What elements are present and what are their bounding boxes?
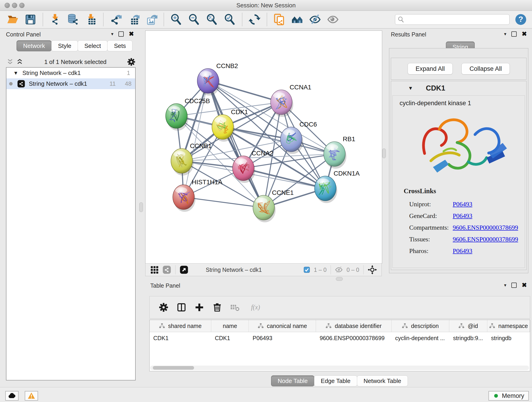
control-panel-controls: ▾ ✖ [111, 31, 134, 37]
apply-layout-button[interactable] [248, 13, 261, 26]
expand-all-button[interactable]: Expand All [408, 63, 453, 75]
control-panel-float-icon[interactable] [119, 32, 124, 37]
gene-expander-icon[interactable]: ▼ [408, 85, 413, 91]
collection-expander-icon[interactable]: ▼ [13, 70, 18, 76]
detach-view-icon[interactable] [180, 265, 188, 274]
hide-panels-button[interactable] [309, 13, 322, 26]
table-cell[interactable]: P06493 [249, 332, 316, 344]
crosslink-link[interactable]: 9606.ENSP00000378699 [453, 236, 518, 243]
warnings-button[interactable] [25, 391, 38, 401]
node-CCNA2[interactable]: CCNA2 [233, 150, 273, 183]
crosslink-link[interactable]: P06493 [453, 247, 472, 255]
horizontal-scrollbar[interactable] [150, 366, 529, 370]
bottom-splitter-grip[interactable] [336, 277, 343, 281]
crosslink-link[interactable]: P06493 [453, 212, 472, 220]
toolbar-separator [242, 13, 242, 26]
table-cell[interactable]: CDK1 [150, 332, 211, 344]
tab-sets[interactable]: Sets [107, 40, 133, 51]
column-header-shared-name[interactable]: shared name [150, 320, 211, 332]
network-collection-row[interactable]: ▼ String Network – cdk1 1 [6, 68, 135, 78]
results-panel-collapse-icon[interactable]: ▾ [504, 31, 506, 37]
string-home-button[interactable] [291, 13, 304, 26]
column-header-name[interactable]: name [211, 320, 249, 332]
right-splitter-grip[interactable] [382, 148, 386, 158]
export-network-button[interactable] [109, 13, 122, 26]
network-canvas[interactable]: CCNB2 CCNA1 CDC25B CDK1 [145, 31, 382, 264]
network-badge-icon[interactable] [162, 265, 171, 274]
table-cell[interactable]: CDK1 [211, 332, 249, 344]
column-header--id[interactable]: @id [449, 320, 487, 332]
tab-node-table[interactable]: Node Table [271, 375, 314, 386]
table-panel-collapse-icon[interactable]: ▾ [504, 282, 506, 288]
delete-column-icon[interactable] [212, 302, 222, 313]
node-CCNE1[interactable]: CCNE1 [253, 189, 294, 222]
search-input[interactable] [406, 15, 507, 24]
collapse-all-button[interactable]: Collapse All [462, 63, 510, 75]
column-header-namespace[interactable]: namespace [487, 320, 530, 332]
results-panel-float-icon[interactable] [511, 32, 517, 37]
table-cell[interactable]: cyclin-dependent ... [392, 332, 450, 344]
node-CCNB2[interactable]: CCNB2 [197, 62, 238, 96]
cloud-status-button[interactable] [5, 391, 19, 401]
tab-network-table[interactable]: Network Table [357, 375, 408, 386]
collapse-all-networks-icon[interactable] [6, 58, 14, 65]
import-network-from-file-button[interactable] [49, 13, 62, 26]
tab-network[interactable]: Network [17, 40, 51, 51]
edge-HIST1H1A-CCNE1[interactable] [184, 197, 264, 208]
birdseye-view-icon[interactable] [368, 265, 377, 274]
table-options-gear-icon[interactable] [158, 302, 169, 313]
column-header-database-identifier[interactable]: database identifier [316, 320, 392, 332]
node-CDC25B[interactable]: CDC25B [166, 97, 210, 131]
table-panel-close-icon[interactable]: ✖ [522, 283, 527, 287]
zoom-out-button[interactable] [188, 13, 201, 26]
open-file-button[interactable] [6, 13, 19, 26]
show-columns-icon[interactable] [177, 302, 186, 313]
search-box[interactable] [395, 14, 510, 25]
title-bar: Session: New Session [0, 0, 532, 11]
expand-all-networks-icon[interactable] [16, 58, 24, 65]
node-RB1[interactable]: RB1 [324, 135, 355, 169]
help-button[interactable]: ? [515, 13, 527, 26]
memory-button[interactable]: Memory [488, 391, 529, 401]
show-panels-button[interactable] [326, 13, 339, 26]
selected-indicator-checkbox[interactable] [303, 266, 310, 273]
save-session-button[interactable] [24, 13, 37, 26]
tab-select[interactable]: Select [78, 40, 108, 51]
zoom-selected-button[interactable] [223, 13, 236, 26]
table-cell[interactable]: 9606.ENSP00000378699 [316, 332, 392, 344]
left-splitter-grip[interactable] [139, 202, 143, 212]
control-panel-collapse-icon[interactable]: ▾ [111, 31, 114, 37]
crosslink-row: GeneCard: P06493 [409, 210, 518, 222]
import-network-from-database-button[interactable] [67, 13, 80, 26]
zoom-in-button[interactable] [170, 13, 183, 26]
table-panel-float-icon[interactable] [511, 283, 517, 288]
export-table-button[interactable] [127, 13, 140, 26]
column-header-canonical-name[interactable]: canonical name [249, 320, 316, 332]
crosslink-link[interactable]: 9606.ENSP00000378699 [453, 224, 518, 231]
node-CDKN1A[interactable]: CDKN1A [315, 170, 360, 203]
node-HIST1H1A[interactable]: HIST1H1A [173, 179, 222, 212]
add-column-icon[interactable] [194, 302, 204, 313]
column-tree-icon [489, 323, 495, 329]
gene-section-header[interactable]: ▼ CDK1 [391, 81, 526, 95]
crosslink-link[interactable]: P06493 [453, 201, 472, 208]
string-copy-network-button[interactable] [273, 13, 286, 26]
crosslinks-list: Uniprot: P06493GeneCard: P06493Compartme… [409, 198, 518, 257]
network-options-gear-icon[interactable] [127, 57, 136, 66]
zoom-fit-button[interactable] [206, 13, 218, 26]
node-CCNA1[interactable]: CCNA1 [271, 84, 311, 117]
horizontal-scrollbar-thumb[interactable] [153, 366, 194, 370]
grid-view-icon[interactable] [150, 265, 159, 274]
control-panel-close-icon[interactable]: ✖ [129, 32, 134, 36]
results-panel-close-icon[interactable]: ✖ [522, 32, 527, 36]
tab-edge-table[interactable]: Edge Table [314, 375, 357, 386]
import-table-from-file-button[interactable] [85, 13, 97, 26]
tab-style[interactable]: Style [51, 40, 78, 51]
column-header-description[interactable]: description [392, 320, 450, 332]
table-cell[interactable]: stringdb:9... [449, 332, 487, 344]
table-row[interactable]: CDK1CDK1P064939606.ENSP00000378699cyclin… [150, 332, 530, 344]
table-cell[interactable]: stringdb [487, 332, 530, 344]
network-row[interactable]: String Network – cdk1 11 48 [6, 78, 135, 89]
export-image-button[interactable] [145, 13, 158, 26]
node-CCNB1[interactable]: CCNB1 [171, 142, 212, 176]
